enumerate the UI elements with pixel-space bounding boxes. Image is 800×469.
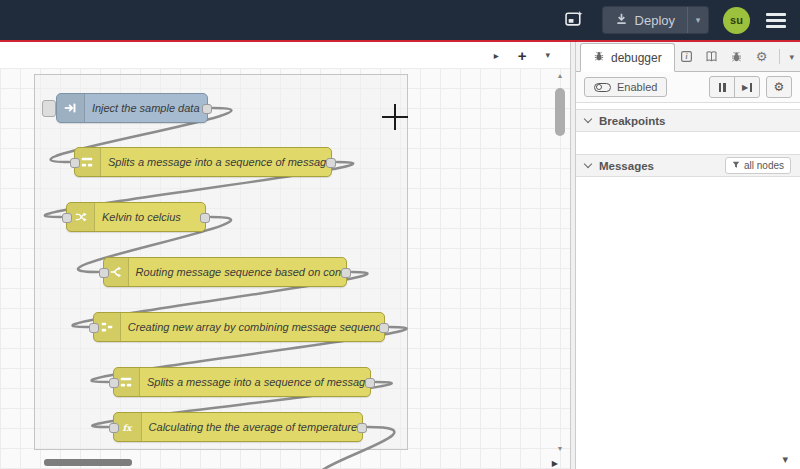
chevron-down-icon (584, 115, 592, 123)
crosshair-cursor (382, 104, 408, 130)
output-port[interactable] (341, 268, 351, 278)
debugger-settings-button[interactable]: ⚙ (766, 76, 792, 98)
input-port[interactable] (70, 158, 80, 168)
inject-run-button[interactable] (42, 100, 56, 117)
node-red-app: Deploy ▾ su Inject the sample dataSplits… (0, 0, 800, 469)
config-gear-tab-icon[interactable]: ⚙ (752, 42, 770, 71)
user-avatar[interactable]: su (723, 7, 750, 34)
main-area: Inject the sample dataSplits a message i… (0, 42, 800, 469)
node-label: Routing message sequence based on condit… (129, 266, 346, 278)
scroll-right-icon[interactable]: ▶ (552, 459, 558, 468)
debug-bug-tab-icon[interactable] (727, 42, 745, 71)
input-port[interactable] (99, 268, 109, 278)
debugger-tab-icon (593, 50, 605, 65)
breakpoints-section-header[interactable]: Breakpoints (576, 109, 800, 132)
messages-label: Messages (599, 160, 654, 172)
deploy-button[interactable]: Deploy (603, 7, 687, 33)
scroll-up-icon[interactable]: ▲ (555, 72, 565, 80)
sidebar-tabs-menu-icon[interactable]: ▾ (789, 52, 794, 62)
funnel-icon (732, 160, 740, 171)
tab-scroll-right-button[interactable]: ▸ (492, 50, 501, 61)
flow-tabbar: ▸ + ▾ (0, 42, 570, 68)
sidebar-collapse-caret[interactable]: ▾ (776, 452, 794, 467)
output-port[interactable] (326, 158, 336, 168)
messages-list (576, 177, 800, 469)
flow-node[interactable]: Splits a message into a sequence of mess… (74, 147, 332, 177)
flow-node[interactable]: Routing message sequence based on condit… (103, 257, 347, 287)
node-label: Splits a message into a sequence of mess… (101, 156, 331, 168)
deploy-button-group: Deploy ▾ (602, 6, 709, 34)
chevron-down-icon (584, 160, 592, 168)
scroll-down-icon[interactable]: ▼ (555, 445, 565, 453)
horizontal-scrollbar-thumb[interactable] (44, 459, 132, 466)
node-label: Calculating the the average of temperatu… (142, 421, 362, 433)
node-label: Creating new array by combining message … (121, 321, 384, 333)
svg-text:i: i (685, 52, 687, 61)
sidebar-tabbar: debugger i ⚙ ▾ (576, 42, 800, 72)
step-icon: ▶ (742, 83, 748, 92)
tabbar-divider (779, 49, 780, 64)
info-tab-icon[interactable]: i (677, 42, 695, 71)
inject-icon (57, 94, 85, 122)
output-port[interactable] (357, 423, 367, 433)
deploy-options-button[interactable]: ▾ (687, 7, 708, 33)
flow-node[interactable]: Inject the sample data (56, 93, 208, 123)
add-flow-button[interactable]: + (516, 47, 529, 64)
debugger-enabled-toggle[interactable]: Enabled (584, 77, 667, 97)
flow-node[interactable]: Creating new array by combining message … (93, 312, 385, 342)
messages-filter-button[interactable]: all nodes (725, 157, 791, 174)
debugger-toolbar: Enabled ▶ ⚙ (576, 72, 800, 103)
sidebar: debugger i ⚙ ▾ (576, 42, 800, 469)
input-port[interactable] (109, 423, 119, 433)
output-port[interactable] (379, 323, 389, 333)
input-port[interactable] (89, 323, 99, 333)
panel-button[interactable] (561, 7, 588, 33)
breakpoints-list (576, 132, 800, 154)
deploy-label: Deploy (635, 13, 675, 28)
flow-node[interactable]: Splits a message into a sequence of mess… (113, 367, 371, 397)
output-port[interactable] (202, 104, 212, 114)
app-header: Deploy ▾ su (0, 0, 800, 40)
svg-text:fx: fx (123, 423, 134, 433)
tab-debugger[interactable]: debugger (580, 43, 675, 72)
tab-debugger-label: debugger (611, 51, 662, 65)
output-port[interactable] (365, 378, 375, 388)
filter-label: all nodes (744, 160, 784, 171)
vertical-scrollbar[interactable]: ▲ ▼ (555, 72, 565, 453)
panel-icon (565, 10, 584, 30)
input-port[interactable] (109, 378, 119, 388)
hamburger-icon (766, 13, 786, 16)
pause-icon (719, 83, 722, 92)
node-label: Kelvin to celcius (95, 211, 189, 223)
flow-canvas[interactable]: Inject the sample dataSplits a message i… (0, 42, 570, 469)
sidebar-icon-tabs: i ⚙ ▾ (677, 42, 800, 71)
output-port[interactable] (200, 213, 210, 223)
node-label: Inject the sample data (85, 102, 207, 114)
enabled-label: Enabled (617, 81, 657, 93)
breakpoints-label: Breakpoints (599, 115, 665, 127)
deploy-icon (615, 12, 628, 28)
vertical-scrollbar-thumb[interactable] (555, 88, 565, 136)
flow-node[interactable]: Kelvin to celcius (66, 202, 206, 232)
messages-section-header[interactable]: Messages all nodes (576, 154, 800, 177)
toggle-icon (594, 83, 611, 92)
pause-button[interactable] (709, 76, 735, 98)
input-port[interactable] (62, 213, 72, 223)
main-menu-button[interactable] (764, 10, 788, 31)
horizontal-scrollbar[interactable] (2, 458, 546, 467)
chevron-down-icon: ▾ (696, 15, 701, 25)
node-label: Splits a message into a sequence of mess… (140, 376, 370, 388)
help-book-tab-icon[interactable] (702, 42, 720, 71)
flow-node[interactable]: fxCalculating the the average of tempera… (113, 412, 363, 442)
flow-list-button[interactable]: ▾ (543, 50, 552, 60)
step-button[interactable]: ▶ (734, 76, 760, 98)
